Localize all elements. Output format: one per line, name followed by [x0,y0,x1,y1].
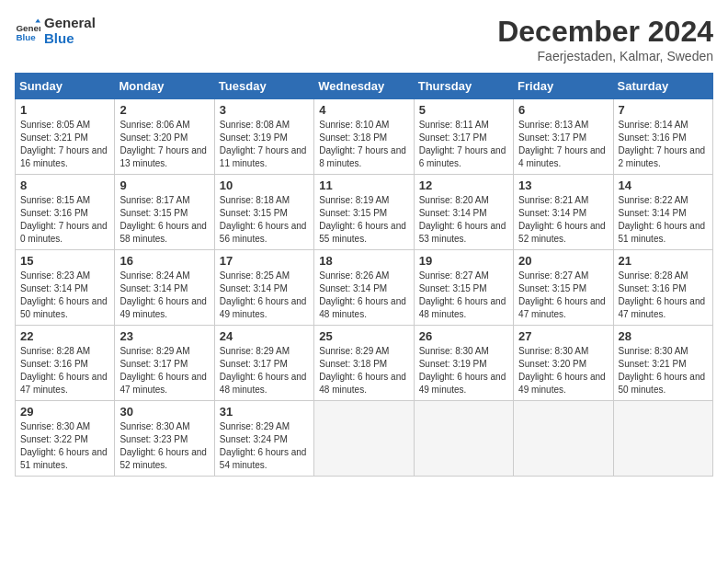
logo-icon: General Blue [15,17,40,43]
calendar-table: Sunday Monday Tuesday Wednesday Thursday… [15,73,713,477]
table-row: 31 Sunrise: 8:29 AMSunset: 3:24 PMDaylig… [214,401,313,477]
table-row: 4 Sunrise: 8:10 AMSunset: 3:18 PMDayligh… [314,99,414,175]
table-row: 14 Sunrise: 8:22 AMSunset: 3:14 PMDaylig… [613,175,712,250]
table-row: 20 Sunrise: 8:27 AMSunset: 3:15 PMDaylig… [514,250,613,326]
svg-text:Blue: Blue [16,32,36,42]
table-row: 29 Sunrise: 8:30 AMSunset: 3:22 PMDaylig… [16,401,115,477]
title-block: December 2024 Faerjestaden, Kalmar, Swed… [497,15,713,63]
table-row [314,401,414,477]
table-row: 18 Sunrise: 8:26 AMSunset: 3:14 PMDaylig… [314,250,414,326]
calendar-week-row: 8 Sunrise: 8:15 AMSunset: 3:16 PMDayligh… [16,175,713,250]
month-title: December 2024 [497,15,713,49]
table-row: 11 Sunrise: 8:19 AMSunset: 3:15 PMDaylig… [314,175,414,250]
table-row: 17 Sunrise: 8:25 AMSunset: 3:14 PMDaylig… [214,250,313,326]
table-row: 26 Sunrise: 8:30 AMSunset: 3:19 PMDaylig… [414,326,513,401]
header-monday: Monday [115,74,214,99]
table-row: 15 Sunrise: 8:23 AMSunset: 3:14 PMDaylig… [16,250,115,326]
table-row: 28 Sunrise: 8:30 AMSunset: 3:21 PMDaylig… [613,326,712,401]
calendar-week-row: 29 Sunrise: 8:30 AMSunset: 3:22 PMDaylig… [16,401,713,477]
table-row: 7 Sunrise: 8:14 AMSunset: 3:16 PMDayligh… [613,99,712,175]
header-tuesday: Tuesday [214,74,313,99]
table-row: 13 Sunrise: 8:21 AMSunset: 3:14 PMDaylig… [514,175,613,250]
table-row [414,401,513,477]
table-row [613,401,712,477]
calendar-week-row: 15 Sunrise: 8:23 AMSunset: 3:14 PMDaylig… [16,250,713,326]
table-row: 12 Sunrise: 8:20 AMSunset: 3:14 PMDaylig… [414,175,513,250]
calendar-week-row: 1 Sunrise: 8:05 AMSunset: 3:21 PMDayligh… [16,99,713,175]
logo-text-general: General [44,15,96,30]
weekday-header-row: Sunday Monday Tuesday Wednesday Thursday… [16,74,713,99]
table-row: 30 Sunrise: 8:30 AMSunset: 3:23 PMDaylig… [115,401,214,477]
table-row: 5 Sunrise: 8:11 AMSunset: 3:17 PMDayligh… [414,99,513,175]
table-row: 23 Sunrise: 8:29 AMSunset: 3:17 PMDaylig… [115,326,214,401]
table-row: 1 Sunrise: 8:05 AMSunset: 3:21 PMDayligh… [16,99,115,175]
table-row: 27 Sunrise: 8:30 AMSunset: 3:20 PMDaylig… [514,326,613,401]
table-row: 3 Sunrise: 8:08 AMSunset: 3:19 PMDayligh… [214,99,313,175]
table-row: 2 Sunrise: 8:06 AMSunset: 3:20 PMDayligh… [115,99,214,175]
table-row: 8 Sunrise: 8:15 AMSunset: 3:16 PMDayligh… [16,175,115,250]
header-sunday: Sunday [16,74,115,99]
table-row: 9 Sunrise: 8:17 AMSunset: 3:15 PMDayligh… [115,175,214,250]
header-thursday: Thursday [414,74,513,99]
header-friday: Friday [514,74,613,99]
table-row: 22 Sunrise: 8:28 AMSunset: 3:16 PMDaylig… [16,326,115,401]
table-row: 21 Sunrise: 8:28 AMSunset: 3:16 PMDaylig… [613,250,712,326]
table-row: 16 Sunrise: 8:24 AMSunset: 3:14 PMDaylig… [115,250,214,326]
header-saturday: Saturday [613,74,712,99]
table-row: 25 Sunrise: 8:29 AMSunset: 3:18 PMDaylig… [314,326,414,401]
logo: General Blue General Blue [15,15,96,46]
table-row: 10 Sunrise: 8:18 AMSunset: 3:15 PMDaylig… [214,175,313,250]
page-header: General Blue General Blue December 2024 … [15,15,713,63]
table-row: 6 Sunrise: 8:13 AMSunset: 3:17 PMDayligh… [514,99,613,175]
table-row [514,401,613,477]
table-row: 24 Sunrise: 8:29 AMSunset: 3:17 PMDaylig… [214,326,313,401]
table-row: 19 Sunrise: 8:27 AMSunset: 3:15 PMDaylig… [414,250,513,326]
logo-text-blue: Blue [44,30,96,46]
header-wednesday: Wednesday [314,74,414,99]
svg-marker-2 [35,18,40,22]
location-subtitle: Faerjestaden, Kalmar, Sweden [497,49,713,63]
calendar-week-row: 22 Sunrise: 8:28 AMSunset: 3:16 PMDaylig… [16,326,713,401]
